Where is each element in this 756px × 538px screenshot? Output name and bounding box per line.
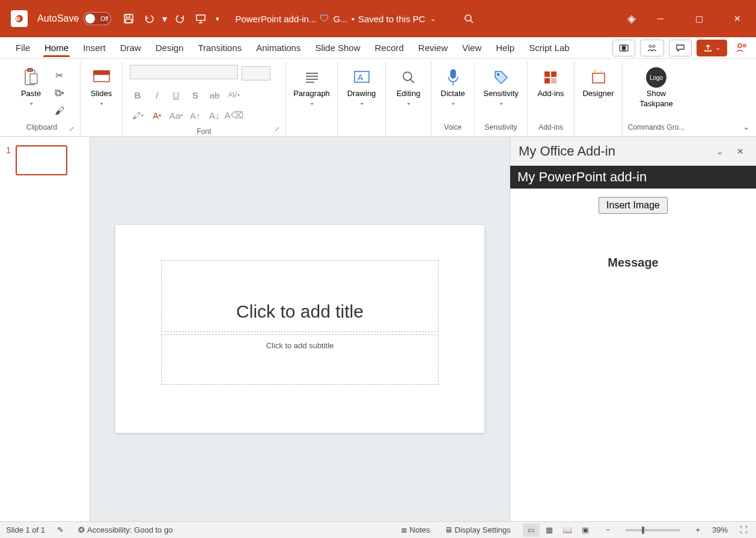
teams-button[interactable]: [640, 40, 664, 56]
slide[interactable]: Click to add title Click to add subtitle: [115, 225, 484, 433]
tab-file[interactable]: File: [8, 39, 37, 56]
search-button[interactable]: [460, 10, 478, 28]
tab-review[interactable]: Review: [411, 39, 455, 56]
underline-button[interactable]: U: [168, 88, 184, 102]
display-icon: 🖥: [445, 525, 453, 534]
slide-count[interactable]: Slide 1 of 1: [6, 525, 45, 534]
sorter-view-button[interactable]: ▦: [541, 524, 558, 537]
paragraph-button[interactable]: Paragraph⌄: [290, 66, 334, 107]
reading-view-button[interactable]: 📖: [559, 524, 576, 537]
drawing-button[interactable]: A Drawing⌄: [344, 66, 380, 107]
taskpane: My Office Add-in ⌄ ✕ My PowerPoint add-i…: [510, 137, 756, 521]
zoom-in-button[interactable]: +: [693, 524, 703, 536]
addins-button[interactable]: Add-ins: [534, 66, 567, 99]
format-painter-button[interactable]: 🖌: [50, 103, 69, 119]
zoom-level[interactable]: 39%: [712, 525, 728, 534]
redo-button[interactable]: [171, 10, 189, 28]
tag-icon: [491, 67, 511, 88]
display-settings-button[interactable]: 🖥Display Settings: [442, 524, 513, 536]
cut-button[interactable]: ✂: [50, 67, 69, 83]
clear-format-button[interactable]: A⌫: [226, 108, 242, 122]
maximize-button[interactable]: ▢: [685, 10, 713, 28]
font-family-select[interactable]: [130, 65, 238, 79]
undo-dropdown[interactable]: ▾: [160, 10, 169, 28]
spellcheck-icon[interactable]: ✎: [55, 524, 66, 536]
fit-to-window-button[interactable]: ⛶: [737, 524, 750, 536]
svg-point-28: [497, 74, 499, 76]
share-button[interactable]: ⌄: [697, 40, 727, 56]
tab-draw[interactable]: Draw: [113, 39, 148, 56]
comments-button[interactable]: [669, 40, 692, 56]
notes-button[interactable]: ≣Notes: [398, 524, 433, 536]
undo-button[interactable]: [140, 10, 158, 28]
svg-point-11: [653, 45, 655, 47]
designer-button[interactable]: Designer: [579, 66, 617, 99]
tab-home[interactable]: Home: [37, 39, 76, 56]
collaborate-icon[interactable]: [736, 42, 748, 54]
bold-button[interactable]: B: [130, 88, 145, 102]
svg-point-7: [465, 15, 471, 21]
qat-more[interactable]: ▾: [212, 10, 223, 28]
thumbnail-panel[interactable]: 1: [0, 137, 90, 521]
show-taskpane-button[interactable]: Logo Show Taskpane: [636, 66, 677, 109]
zoom-out-button[interactable]: −: [603, 524, 613, 536]
slides-button[interactable]: Slides ⌄: [85, 66, 118, 107]
tab-design[interactable]: Design: [148, 39, 191, 56]
status-bar: Slide 1 of 1 ✎ ❂ Accessibility: Good to …: [0, 521, 756, 538]
svg-text:P: P: [17, 17, 20, 20]
group-label-addins: Add-ins: [538, 123, 563, 134]
ribbon: Paste ⌄ ✂ ⧉ ▾ 🖌 Clipboard ⤢ Slides ⌄: [0, 59, 756, 137]
clipboard-launcher[interactable]: ⤢: [69, 125, 78, 134]
shrink-font-button[interactable]: A↓: [207, 108, 222, 122]
taskpane-dropdown[interactable]: ⌄: [713, 144, 727, 159]
accessibility-status[interactable]: ❂ Accessibility: Good to go: [76, 524, 175, 536]
editing-button[interactable]: Editing⌄: [392, 66, 425, 107]
document-title: PowerPoint add-in...: [235, 14, 316, 24]
font-highlight-button[interactable]: 🖍▾: [130, 108, 145, 122]
italic-button[interactable]: I: [149, 88, 165, 102]
group-label-voice: Voice: [444, 123, 462, 134]
tab-scriptlab[interactable]: Script Lab: [522, 39, 577, 56]
tab-animations[interactable]: Animations: [249, 39, 308, 56]
slide-thumbnail[interactable]: [16, 145, 67, 175]
tab-help[interactable]: Help: [489, 39, 522, 56]
diamond-icon[interactable]: ◈: [627, 12, 636, 25]
dictate-button[interactable]: Dictate⌄: [437, 66, 469, 107]
slideshow-view-button[interactable]: ▣: [577, 524, 594, 537]
spacing-button[interactable]: AV▾: [226, 88, 242, 102]
sensitivity-button[interactable]: Sensitivity⌄: [480, 66, 522, 107]
insert-image-button[interactable]: Insert Image: [599, 197, 668, 214]
font-size-select[interactable]: [242, 66, 270, 80]
svg-rect-4: [126, 14, 130, 17]
normal-view-button[interactable]: ▭: [523, 524, 540, 537]
grow-font-button[interactable]: A↑: [187, 108, 203, 122]
paste-button[interactable]: Paste ⌄: [15, 66, 47, 107]
minimize-button[interactable]: ─: [647, 10, 674, 28]
slide-canvas[interactable]: Click to add title Click to add subtitle: [90, 137, 510, 521]
tab-insert[interactable]: Insert: [76, 39, 113, 56]
ribbon-collapse-button[interactable]: ⌄: [743, 122, 750, 131]
autosave-switch[interactable]: Off: [84, 12, 111, 25]
copy-button[interactable]: ⧉ ▾: [50, 85, 69, 101]
font-launcher[interactable]: ⤢: [275, 125, 283, 134]
save-button[interactable]: [120, 10, 138, 28]
font-color-button[interactable]: A▾: [149, 108, 165, 122]
title-placeholder[interactable]: Click to add title: [161, 260, 439, 332]
tab-view[interactable]: View: [455, 39, 489, 56]
present-button[interactable]: [192, 10, 210, 28]
camera-button[interactable]: [612, 40, 635, 56]
tab-record[interactable]: Record: [367, 39, 410, 56]
svg-rect-32: [551, 78, 556, 83]
close-button[interactable]: ✕: [724, 10, 751, 28]
subtitle-placeholder[interactable]: Click to add subtitle: [161, 334, 439, 385]
taskpane-close[interactable]: ✕: [733, 144, 748, 159]
tab-slideshow[interactable]: Slide Show: [308, 39, 367, 56]
save-status-dropdown-icon[interactable]: ⌄: [430, 15, 436, 23]
autosave-toggle[interactable]: AutoSave Off: [37, 12, 111, 25]
tab-transitions[interactable]: Transitions: [191, 39, 249, 56]
save-status[interactable]: Saved to this PC: [358, 14, 425, 24]
shadow-button[interactable]: S: [187, 88, 203, 102]
change-case-button[interactable]: Aa▾: [168, 108, 184, 122]
strike-button[interactable]: ab: [207, 88, 222, 102]
zoom-slider[interactable]: [626, 529, 680, 531]
